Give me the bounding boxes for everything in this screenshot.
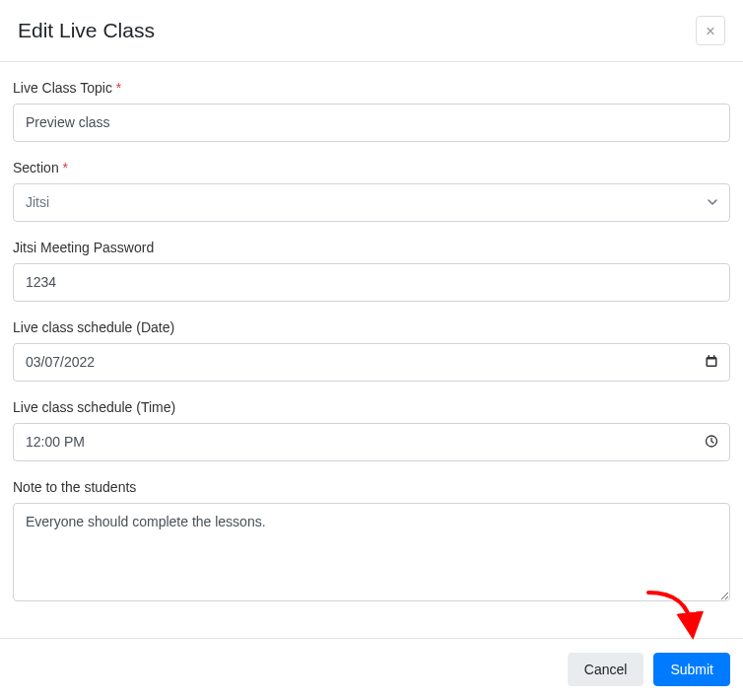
time-wrap bbox=[13, 423, 730, 461]
section-select[interactable]: Jitsi bbox=[13, 183, 730, 222]
section-label: Section * bbox=[13, 160, 730, 175]
close-icon: × bbox=[706, 23, 715, 39]
date-wrap bbox=[13, 343, 730, 382]
required-mark: * bbox=[116, 80, 121, 96]
form-group-password: Jitsi Meeting Password bbox=[13, 240, 730, 302]
form-group-section: Section * Jitsi bbox=[13, 160, 730, 222]
cancel-button[interactable]: Cancel bbox=[568, 653, 644, 686]
close-button[interactable]: × bbox=[696, 16, 725, 45]
form-group-date: Live class schedule (Date) bbox=[13, 319, 730, 382]
form-group-topic: Live Class Topic * bbox=[13, 80, 730, 142]
topic-label-text: Live Class Topic bbox=[13, 80, 112, 96]
time-input[interactable] bbox=[13, 423, 730, 461]
required-mark: * bbox=[63, 160, 68, 175]
modal-title: Edit Live Class bbox=[18, 19, 155, 42]
date-input[interactable] bbox=[13, 343, 730, 382]
section-select-wrap: Jitsi bbox=[13, 183, 730, 222]
topic-label: Live Class Topic * bbox=[13, 80, 730, 96]
topic-input[interactable] bbox=[13, 104, 730, 142]
note-label: Note to the students bbox=[13, 479, 730, 495]
modal-footer: Cancel Submit bbox=[0, 638, 743, 700]
modal-body: Live Class Topic * Section * Jitsi Jitsi… bbox=[0, 62, 743, 624]
form-group-note: Note to the students bbox=[13, 479, 730, 604]
note-textarea[interactable] bbox=[13, 503, 730, 601]
modal-header: Edit Live Class × bbox=[0, 0, 743, 62]
date-label: Live class schedule (Date) bbox=[13, 319, 730, 335]
password-input[interactable] bbox=[13, 263, 730, 302]
section-label-text: Section bbox=[13, 160, 59, 175]
password-label: Jitsi Meeting Password bbox=[13, 240, 730, 255]
form-group-time: Live class schedule (Time) bbox=[13, 399, 730, 461]
time-label: Live class schedule (Time) bbox=[13, 399, 730, 415]
submit-button[interactable]: Submit bbox=[653, 653, 730, 686]
